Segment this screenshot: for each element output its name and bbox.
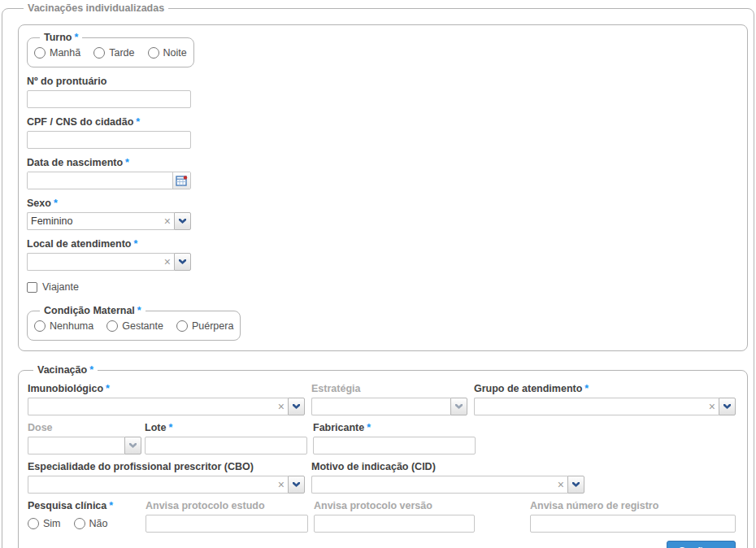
dropdown-button[interactable] [288, 398, 305, 415]
radio-label: Manhã [50, 47, 80, 59]
vacinacao-row-2: Dose Lote* Fabricante* [28, 422, 736, 454]
cid-label: Motivo de indicação (CID) [311, 461, 584, 473]
sexo-combobox-value[interactable]: Feminino × [27, 212, 174, 230]
local-atendimento-label: Local de atendimento [27, 238, 132, 250]
local-atendimento-combobox-value[interactable]: × [27, 253, 174, 271]
imunobiologico-combobox-value[interactable]: × [28, 398, 288, 415]
dropdown-button[interactable] [719, 398, 736, 415]
imunobiologico-combobox[interactable]: × [28, 398, 305, 415]
radio-icon[interactable] [34, 47, 46, 59]
required-asterisk: * [106, 383, 110, 394]
dropdown-button[interactable] [174, 253, 191, 271]
date-picker-button[interactable] [172, 172, 190, 189]
radio-option-manha[interactable]: Manhã [34, 47, 80, 59]
required-asterisk: * [137, 305, 141, 316]
vacinacao-legend: Vacinação [37, 364, 87, 376]
radio-icon[interactable] [28, 518, 39, 529]
chevron-down-icon [179, 259, 186, 264]
vacinacoes-individualizadas-section: Vacinações individualizadas Turno* Manhã… [2, 2, 754, 548]
pesquisa-clinica-options: Sim Não [28, 515, 139, 533]
radio-label: Nenhuma [50, 320, 93, 332]
chevron-down-icon [572, 482, 580, 487]
dropdown-button[interactable] [288, 476, 305, 494]
combo-value-text: Feminino [31, 215, 72, 227]
radio-option-sim[interactable]: Sim [28, 518, 61, 529]
sexo-combobox[interactable]: Feminino × [27, 212, 191, 230]
radio-icon[interactable] [148, 47, 159, 59]
clear-icon[interactable]: × [558, 476, 564, 493]
radio-label: Tarde [109, 47, 134, 59]
anvisa-protocolo-estudo-field: Anvisa protocolo estudo [146, 500, 308, 533]
required-asterisk: * [125, 157, 129, 168]
cpf-cns-input[interactable] [27, 131, 191, 149]
clear-icon[interactable]: × [164, 213, 171, 229]
fabricante-input[interactable] [313, 437, 476, 454]
radio-label: Gestante [122, 320, 163, 332]
anvisa-protocolo-versao-label: Anvisa protocolo versão [314, 500, 475, 512]
turno-options: Manhã Tarde Noite [34, 45, 187, 61]
chevron-down-icon [293, 404, 300, 409]
cbo-combobox[interactable]: × [28, 476, 305, 494]
dose-combobox [28, 437, 141, 454]
data-nascimento-label: Data de nascimento [27, 157, 123, 168]
estrategia-combobox-value [311, 398, 450, 415]
viajante-field[interactable]: Viajante [27, 279, 739, 295]
condicao-maternal-group: Condição Maternal* Nenhuma Gestante Puér… [27, 305, 241, 341]
dose-field: Dose [28, 422, 141, 454]
radio-label: Não [89, 518, 108, 529]
data-nascimento-input[interactable] [28, 172, 172, 189]
cid-field: Motivo de indicação (CID) × [311, 461, 584, 494]
clear-icon[interactable]: × [278, 398, 285, 415]
radio-option-puerpera[interactable]: Puérpera [176, 320, 233, 332]
clear-icon[interactable]: × [278, 476, 285, 493]
lote-input[interactable] [145, 437, 307, 454]
anvisa-numero-registro-input [530, 515, 736, 533]
imunobiologico-label: Imunobiológico [28, 383, 103, 394]
chevron-down-icon [723, 404, 731, 409]
grupo-atendimento-combobox-value[interactable]: × [474, 398, 719, 415]
radio-label: Noite [163, 47, 187, 59]
calendar-icon [176, 175, 188, 186]
anvisa-protocolo-estudo-label: Anvisa protocolo estudo [146, 500, 308, 512]
radio-icon[interactable] [106, 320, 118, 332]
prontuario-field: Nº do prontuário [27, 76, 191, 108]
dropdown-button[interactable] [174, 212, 191, 230]
radio-icon[interactable] [93, 47, 105, 59]
data-nascimento-field: Data de nascimento* [27, 157, 191, 189]
radio-icon[interactable] [34, 320, 46, 332]
cid-combobox[interactable]: × [311, 476, 584, 494]
radio-option-gestante[interactable]: Gestante [106, 320, 163, 332]
grupo-atendimento-label: Grupo de atendimento [474, 383, 582, 394]
radio-option-tarde[interactable]: Tarde [93, 47, 134, 59]
clear-icon[interactable]: × [164, 254, 171, 270]
fabricante-label: Fabricante [313, 422, 364, 433]
cid-combobox-value[interactable]: × [311, 476, 567, 494]
condicao-maternal-legend: Condição Maternal [44, 305, 135, 316]
anvisa-protocolo-versao-input [314, 515, 475, 533]
radio-label: Puérpera [192, 320, 233, 332]
estrategia-field: Estratégia [311, 383, 467, 415]
dropdown-button[interactable] [567, 476, 584, 494]
dropdown-button [450, 398, 467, 415]
cbo-label: Especialidade do profissional prescritor… [28, 461, 305, 473]
radio-option-nenhuma[interactable]: Nenhuma [34, 320, 93, 332]
prontuario-input[interactable] [27, 90, 191, 108]
anvisa-numero-registro-field: Anvisa número de registro [530, 500, 736, 533]
condicao-maternal-options: Nenhuma Gestante Puérpera [34, 318, 233, 334]
cpf-cns-label: CPF / CNS do cidadão [27, 116, 133, 128]
required-asterisk: * [136, 116, 140, 128]
lote-label: Lote [145, 422, 166, 433]
vacinacao-row-3: Especialidade do profissional prescritor… [28, 461, 736, 494]
radio-option-noite[interactable]: Noite [148, 47, 187, 59]
prontuario-label: Nº do prontuário [27, 76, 191, 88]
radio-icon[interactable] [176, 320, 188, 332]
grupo-atendimento-combobox[interactable]: × [474, 398, 736, 415]
cbo-combobox-value[interactable]: × [28, 476, 288, 494]
confirmar-button[interactable]: Confirmar [667, 541, 736, 548]
dropdown-button [124, 437, 141, 454]
radio-icon[interactable] [74, 518, 85, 529]
viajante-checkbox[interactable] [27, 282, 37, 293]
radio-option-nao[interactable]: Não [74, 518, 108, 529]
clear-icon[interactable]: × [709, 398, 715, 415]
local-atendimento-combobox[interactable]: × [27, 253, 191, 271]
